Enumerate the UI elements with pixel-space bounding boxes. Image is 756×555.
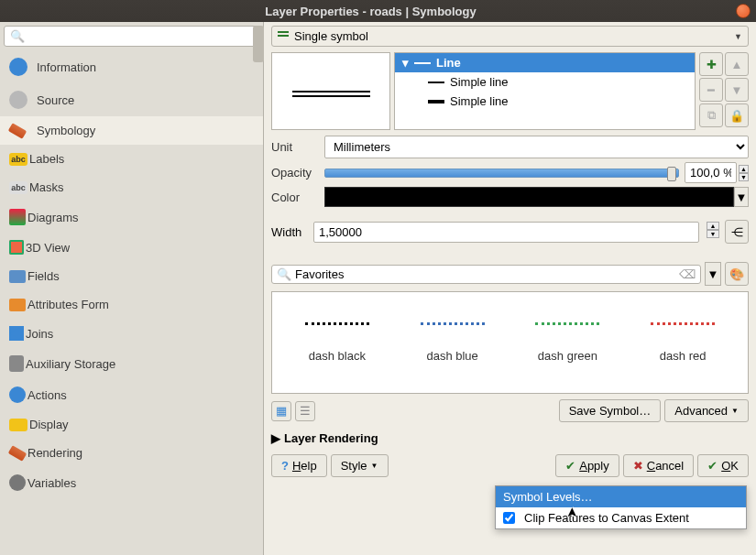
sidebar-item-diagrams[interactable]: Diagrams (0, 201, 263, 233)
symbol-type-selector[interactable]: Single symbol ▼ (271, 26, 749, 47)
tree-row-label: Simple line (450, 94, 509, 108)
sidebar-item-3dview[interactable]: 3D View (0, 233, 263, 262)
dashline-icon (651, 322, 715, 325)
sidebar-item-attributes-form[interactable]: Attributes Form (0, 290, 263, 319)
sidebar-search-input[interactable] (4, 26, 259, 47)
list-view-button[interactable]: ☰ (295, 401, 315, 421)
sidebar-item-masks[interactable]: abcMasks (0, 173, 263, 201)
sidebar-item-label: Fields (27, 269, 60, 283)
dashline-icon (305, 322, 369, 325)
chevron-down-icon: ▼ (734, 32, 742, 41)
opacity-slider[interactable] (324, 169, 679, 178)
search-icon: 🔍 (277, 267, 291, 281)
apply-button[interactable]: ✔Apply (555, 454, 619, 477)
symbol-type-label: Single symbol (294, 29, 368, 43)
sidebar-item-fields[interactable]: Fields (0, 262, 263, 290)
x-icon: ✖ (633, 459, 643, 473)
symbol-preview (271, 52, 390, 130)
sidebar-item-symbology[interactable]: Symbology (0, 116, 263, 145)
opacity-spinner[interactable]: ▲▼ (739, 165, 749, 181)
opacity-value-input[interactable] (685, 162, 737, 183)
advanced-button[interactable]: Advanced▼ (664, 399, 749, 422)
style-button[interactable]: Style▼ (331, 454, 389, 477)
style-manager-button[interactable]: 🎨 (725, 262, 749, 286)
sidebar-item-joins[interactable]: Joins (0, 319, 263, 348)
duplicate-layer-button[interactable]: ⧉ (699, 103, 723, 127)
gallery-item[interactable]: dash black (305, 322, 369, 363)
line-swatch-icon (428, 100, 444, 103)
color-dropdown-button[interactable]: ▼ (734, 187, 749, 207)
sidebar-item-source[interactable]: Source (0, 83, 263, 116)
sidebar-item-label: Source (37, 93, 74, 107)
move-down-button[interactable]: ▼ (725, 78, 749, 102)
gallery-item[interactable]: dash blue (421, 322, 485, 363)
clear-icon[interactable]: ⌫ (679, 267, 696, 281)
sidebar-item-label: Diagrams (27, 211, 79, 224)
check-icon: ✔ (565, 459, 575, 473)
save-symbol-button[interactable]: Save Symbol… (559, 399, 662, 422)
sidebar-item-label: Joins (26, 327, 53, 341)
sidebar-item-label: Attributes Form (27, 298, 109, 311)
menu-item-symbol-levels[interactable]: Symbol Levels… (496, 486, 746, 507)
plus-icon: ✚ (707, 58, 717, 71)
sidebar-item-display[interactable]: Display (0, 410, 263, 439)
favorites-dropdown-button[interactable]: ▼ (705, 262, 721, 286)
paintbrush-icon (8, 123, 27, 139)
sidebar-item-variables[interactable]: Variables (0, 467, 263, 498)
gallery-item-label: dash red (660, 349, 707, 363)
layer-rendering-section[interactable]: ▶ Layer Rendering (271, 428, 749, 449)
add-layer-button[interactable]: ✚ (699, 52, 723, 76)
menu-item-clip-features[interactable]: Clip Features to Canvas Extent (496, 507, 746, 528)
sidebar-scrollbar[interactable] (253, 26, 264, 62)
sidebar-item-auxiliary-storage[interactable]: Auxiliary Storage (0, 348, 263, 379)
sidebar-item-label: Symbology (37, 124, 95, 137)
copy-icon: ⧉ (707, 108, 716, 123)
chevron-down-icon: ▼ (707, 267, 719, 281)
sidebar-item-label: Actions (27, 388, 67, 402)
favorites-filter-input[interactable]: 🔍 Favorites ⌫ (271, 265, 701, 284)
width-spinner[interactable]: ▲▼ (707, 222, 719, 242)
triangle-up-icon: ▲ (731, 58, 743, 71)
source-icon (9, 91, 27, 109)
unit-select[interactable]: Millimeters (324, 136, 749, 158)
close-icon[interactable] (736, 4, 751, 18)
variables-icon (9, 474, 26, 491)
chevron-down-icon: ▼ (736, 190, 748, 204)
tree-row-line[interactable]: ▾ Line (395, 53, 695, 72)
lock-layer-button[interactable]: 🔒 (725, 103, 749, 127)
sidebar-item-labels[interactable]: abcLabels (0, 145, 263, 173)
unit-label: Unit (271, 140, 319, 154)
remove-layer-button[interactable]: ━ (699, 78, 723, 102)
favorites-filter-label: Favorites (295, 267, 344, 281)
sidebar: Information Source Symbology abcLabels a… (0, 22, 264, 555)
gallery-item-label: dash black (309, 349, 366, 363)
tree-row-label: Line (436, 56, 461, 70)
color-swatch-button[interactable] (324, 187, 734, 207)
sidebar-item-information[interactable]: Information (0, 50, 263, 83)
sidebar-item-rendering[interactable]: Rendering (0, 439, 263, 467)
actions-icon (9, 386, 26, 403)
cancel-button[interactable]: ✖Cancel (623, 454, 694, 477)
icon-view-button[interactable]: ▦ (271, 401, 291, 421)
gallery-item[interactable]: dash red (651, 322, 715, 363)
tree-row-child[interactable]: Simple line (395, 72, 695, 92)
tree-row-child[interactable]: Simple line (395, 92, 695, 111)
advanced-menu-popup: Symbol Levels… Clip Features to Canvas E… (495, 485, 747, 529)
move-up-button[interactable]: ▲ (725, 52, 749, 76)
slider-thumb[interactable] (667, 167, 676, 181)
expand-icon: ▾ (402, 56, 409, 70)
width-input[interactable] (313, 222, 699, 243)
expression-icon: ⋲ (731, 225, 743, 239)
gallery-item-label: dash blue (426, 349, 477, 363)
gallery-item[interactable]: dash green (535, 322, 599, 363)
sidebar-nav-list: Information Source Symbology abcLabels a… (0, 50, 263, 555)
dashline-icon (421, 322, 485, 325)
chevron-down-icon: ▼ (731, 407, 739, 415)
data-defined-override-button[interactable]: ⋲ (725, 220, 749, 244)
lock-icon: 🔒 (729, 109, 744, 123)
help-button[interactable]: ?Help (271, 454, 327, 477)
ok-button[interactable]: ✔OK (697, 454, 749, 477)
clip-features-checkbox[interactable] (503, 512, 515, 524)
sidebar-item-actions[interactable]: Actions (0, 379, 263, 410)
symbol-layer-tree[interactable]: ▾ Line Simple line Simple line (394, 52, 696, 130)
